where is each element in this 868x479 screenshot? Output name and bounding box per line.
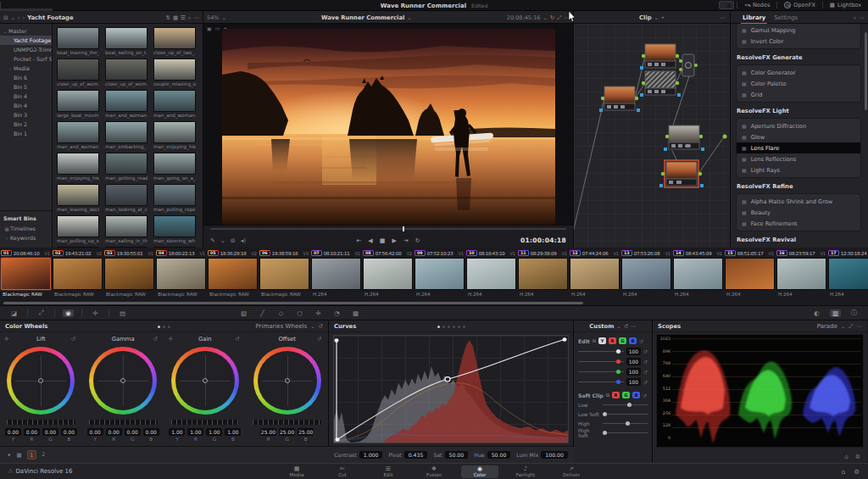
soft-clip-track[interactable] <box>603 432 648 433</box>
library-item-aperture-diffraction[interactable]: ▦Aperture Diffraction <box>737 120 860 131</box>
library-tab-settings[interactable]: Settings <box>774 13 798 23</box>
wheel-value[interactable]: 0.00 <box>125 428 141 436</box>
reset-icon[interactable]: ↺ <box>153 336 160 343</box>
reset-icon[interactable]: ↺ <box>643 369 648 375</box>
bin-item-bin-1[interactable]: Bin 1 <box>0 129 52 138</box>
timeline-scrollbar[interactable] <box>3 302 583 304</box>
timeline-clip-03[interactable]: 0319:30:55:01V1Blackmagic RAW <box>103 248 155 300</box>
wheel-value[interactable]: 0.00 <box>24 428 40 436</box>
scope-tool-0[interactable]: ◐ <box>811 309 822 317</box>
library-item-color-palette[interactable]: ▦Color Palette <box>737 78 860 89</box>
timeline-clip-02[interactable]: 0219:43:21:02V2Blackmagic RAW <box>52 248 103 300</box>
media-clip[interactable]: man_pulling_rope... <box>153 184 196 213</box>
palette-tool-2[interactable]: ◉ <box>63 309 74 317</box>
search-icon[interactable]: ⌕ <box>188 14 192 21</box>
grading-tool-2[interactable]: ◇ <box>275 309 287 317</box>
media-clip[interactable]: man_sailing_in_th... <box>105 215 147 244</box>
home-icon[interactable]: ⌂ <box>844 454 848 460</box>
back-icon[interactable]: ‹ <box>18 14 20 21</box>
timeline-clip-10[interactable]: 1008:10:43:10V1H.264 <box>465 248 517 300</box>
curve-slider-track[interactable] <box>578 371 624 372</box>
timeline-clip-17[interactable]: 1712:30:18:24V1H.264 <box>827 248 868 300</box>
page-button-edit[interactable]: ☰Edit <box>370 465 407 478</box>
bin-item-bin-3[interactable]: Bin 3 <box>0 110 52 120</box>
skip-end-icon[interactable]: ⇥ <box>403 237 409 244</box>
chevron-down-icon[interactable]: ⌄ <box>841 323 845 330</box>
wheel-value[interactable]: 1.00 <box>206 428 222 436</box>
top-button-openfx[interactable]: fxOpenFX <box>777 0 822 11</box>
palette-tool-1[interactable]: ⤢ <box>36 309 47 317</box>
timeline-clip-11[interactable]: 1108:29:38:09V1H.264 <box>517 248 569 300</box>
library-tab-library[interactable]: Library <box>743 13 765 23</box>
adjust-value[interactable]: 1.000 <box>359 451 383 459</box>
reset-icon[interactable]: ↺ <box>639 338 643 344</box>
media-clip[interactable]: man_and_woman... <box>105 90 147 119</box>
curve-slider-dot[interactable] <box>616 370 620 374</box>
timeline-clip-01[interactable]: 0120:08:46:10V1Blackmagic RAW <box>0 248 52 300</box>
curve-value[interactable]: 100 <box>626 378 641 386</box>
chevron-down-icon[interactable]: ⌄ <box>616 323 620 330</box>
top-button-lightbox[interactable]: ▦Lightbox <box>823 0 868 11</box>
reset-icon[interactable]: ↺ <box>643 379 648 385</box>
more-icon[interactable]: ⋯ <box>194 14 200 21</box>
adjust-page-1[interactable]: 1 <box>27 450 36 460</box>
timeline-clip-04[interactable]: 0418:00:22:13V1Blackmagic RAW <box>155 248 207 300</box>
media-clip[interactable]: boat_leaving_the_... <box>57 27 99 56</box>
curve-slider-track[interactable] <box>578 351 624 352</box>
wheel-value[interactable]: 0.00 <box>143 428 159 436</box>
skip-start-icon[interactable]: ⇤ <box>356 237 361 244</box>
chevron-down-icon[interactable]: ⌄ <box>654 14 659 21</box>
library-scrollbar[interactable] <box>865 32 867 110</box>
scrub-bar[interactable] <box>210 228 566 230</box>
adjust-value[interactable]: 0.435 <box>404 451 428 459</box>
node-04[interactable] <box>640 71 681 97</box>
grading-tool-5[interactable]: ◔ <box>331 309 342 317</box>
curve-value[interactable]: 100 <box>626 358 641 365</box>
page-button-fusion[interactable]: ❖Fusion <box>415 465 453 478</box>
wheel-value[interactable]: 25.00 <box>279 428 295 436</box>
media-clip[interactable]: man_enjoying_his... <box>57 153 99 181</box>
timeline-clip-06[interactable]: 0619:38:59:16V3Blackmagic RAW <box>259 248 310 300</box>
media-clip[interactable]: close_up_of_wom... <box>57 58 99 87</box>
resolve-logo-icon[interactable]: ∴ <box>8 468 12 475</box>
curve-value[interactable]: 100 <box>626 348 641 355</box>
panel-collapse-icon[interactable]: ⊟ <box>3 14 8 21</box>
link-icon[interactable]: ⧉ <box>593 337 596 344</box>
auto-color-icon[interactable]: ✦ <box>7 452 11 459</box>
media-clip[interactable]: man_getting_read... <box>105 153 147 181</box>
top-button-nodes[interactable]: ⊶Nodes <box>737 0 776 11</box>
curve-slider-dot[interactable] <box>616 380 620 384</box>
node-06-selected[interactable] <box>659 160 704 187</box>
reset-icon[interactable]: ↺ <box>319 323 323 330</box>
search-icon[interactable]: ⌕ <box>854 14 857 21</box>
node-view-selector[interactable]: Clip <box>639 14 652 21</box>
chevron-down-icon[interactable]: ⌄ <box>310 323 314 330</box>
curve-slider-track[interactable] <box>578 361 624 362</box>
page-button-deliver[interactable]: ↗Deliver <box>553 465 590 478</box>
smart-bin-keywords[interactable]: ›Keywords <box>0 233 53 242</box>
library-item-beauty[interactable]: ▦Beauty <box>737 207 860 218</box>
wheel-value[interactable]: 0.00 <box>42 428 58 436</box>
media-clip[interactable]: man_going_on_a_... <box>153 153 196 181</box>
soft-clip-dot[interactable] <box>603 412 607 416</box>
scope-tool-1[interactable]: ▥ <box>830 309 841 317</box>
wheel-ring[interactable] <box>89 347 157 415</box>
timeline-clip-05[interactable]: 0518:36:29:18V2Blackmagic RAW <box>207 248 259 300</box>
channel-chip-y[interactable]: Y <box>598 337 606 344</box>
reset-icon[interactable]: ↺ <box>317 336 324 343</box>
top-button-clips[interactable]: ▦Clips⌄ <box>719 1 734 9</box>
forward-icon[interactable]: › <box>23 14 25 21</box>
expand-icon[interactable]: ⤢ <box>557 14 561 21</box>
bin-item-bin-6[interactable]: Bin 6 <box>0 73 52 82</box>
curve-value[interactable]: 100 <box>626 368 641 376</box>
wheel-ring[interactable] <box>7 347 75 415</box>
library-item-lens-reflections[interactable]: ▦Lens Reflections <box>737 153 860 164</box>
bin-item-media[interactable]: ›Media <box>0 64 52 73</box>
library-item-alpha-matte-shrink-and-grow[interactable]: ▦Alpha Matte Shrink and Grow <box>737 196 860 207</box>
channel-chip-b[interactable]: B <box>629 337 637 344</box>
bin-item-unmpg2-trimm[interactable]: UNMPG2-Trimm... <box>0 45 52 54</box>
more-icon[interactable]: ⋯ <box>565 14 570 21</box>
timeline-clip-14[interactable]: 1408:43:45:09V1H.264 <box>672 248 724 300</box>
timeline-clip-16[interactable]: 1608:23:59:17V1H.264 <box>776 248 827 300</box>
media-clip[interactable]: man_and_woman... <box>57 121 99 150</box>
